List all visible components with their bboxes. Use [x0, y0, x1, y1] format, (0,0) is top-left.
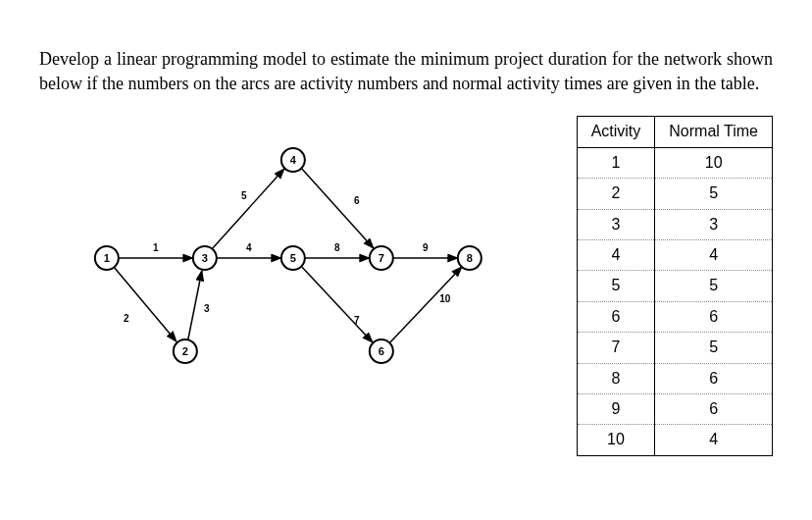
arc-label-9: 9 [423, 242, 429, 253]
table-row: 75 [577, 333, 772, 363]
network-diagram: 1 2 3 4 5 6 7 8 9 [39, 116, 547, 390]
arc-label-4: 4 [246, 242, 252, 253]
activity-table: Activity Normal Time 110 25 33 44 55 66 … [577, 116, 773, 455]
col-normal-time: Normal Time [655, 117, 773, 147]
problem-statement: Develop a linear programming model to es… [39, 47, 773, 96]
arc-label-10: 10 [439, 293, 451, 304]
table-row: 55 [577, 271, 772, 301]
arc-2-3 [188, 271, 202, 339]
arc-1-2 [115, 268, 177, 341]
arc-label-6: 6 [354, 195, 360, 206]
content-row: 1 2 3 4 5 6 7 8 9 [39, 116, 773, 455]
node-6-label: 6 [379, 345, 384, 357]
arc-5-6 [302, 267, 373, 342]
node-4: 4 [281, 148, 305, 172]
node-3: 3 [193, 246, 217, 270]
node-6: 6 [370, 339, 393, 363]
node-2-label: 2 [182, 345, 188, 357]
table-row: 33 [577, 209, 772, 239]
arc-3-4 [213, 169, 284, 248]
table-row: 104 [577, 425, 772, 455]
col-activity: Activity [577, 117, 655, 147]
arc-label-3: 3 [204, 303, 210, 314]
arc-4-7 [302, 169, 374, 248]
arc-label-8: 8 [334, 242, 340, 253]
node-5-label: 5 [290, 252, 296, 264]
arc-label-7: 7 [354, 315, 360, 326]
arc-label-5: 5 [241, 190, 247, 201]
table-row: 96 [577, 393, 772, 424]
node-8-label: 8 [467, 252, 473, 264]
node-4-label: 4 [290, 154, 297, 166]
arc-label-1: 1 [153, 242, 159, 253]
node-7: 7 [370, 246, 393, 270]
node-2: 2 [174, 339, 197, 363]
node-8: 8 [458, 246, 482, 270]
node-7-label: 7 [379, 252, 384, 264]
table-row: 110 [577, 147, 772, 178]
table-row: 86 [577, 363, 772, 393]
table-body: 110 25 33 44 55 66 75 86 96 104 [577, 147, 772, 455]
table-row: 44 [577, 239, 772, 270]
arc-6-8 [390, 267, 462, 342]
node-3-label: 3 [202, 252, 208, 264]
arc-label-2: 2 [124, 313, 129, 324]
node-1: 1 [95, 246, 119, 270]
table-row: 25 [577, 179, 772, 209]
node-1-label: 1 [104, 252, 110, 264]
node-5: 5 [281, 246, 305, 270]
table-row: 66 [577, 301, 772, 332]
